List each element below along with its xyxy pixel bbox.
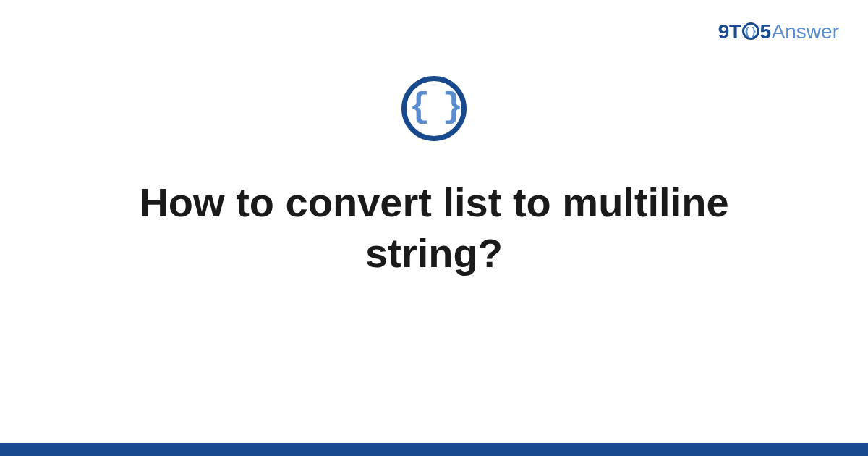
code-braces-icon: { } [409,88,459,127]
main-content: { } How to convert list to multiline str… [0,76,868,279]
question-title: How to convert list to multiline string? [72,177,796,279]
site-logo[interactable]: 9T { } 5 Answer [718,20,839,43]
logo-text-5: 5 [760,20,771,43]
category-badge: { } [401,76,467,141]
logo-text-9t: 9T [718,20,741,43]
logo-circle-icon: { } [742,22,760,40]
footer-accent-bar [0,443,868,456]
logo-text-answer: Answer [772,20,839,43]
